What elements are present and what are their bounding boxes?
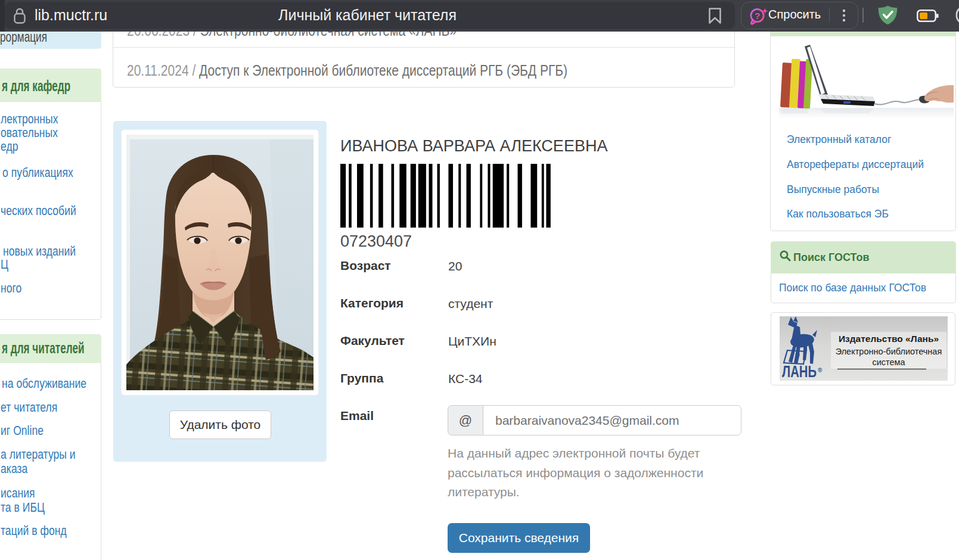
svg-text:система: система: [872, 357, 905, 367]
svg-text:Электронно-библиотечная: Электронно-библиотечная: [836, 347, 942, 356]
svg-text:®: ®: [818, 367, 823, 374]
svg-text:ЛАНЬ: ЛАНЬ: [782, 363, 817, 381]
svg-text:Издательство «Лань»: Издательство «Лань»: [839, 334, 939, 344]
svg-text:?: ?: [755, 11, 760, 21]
